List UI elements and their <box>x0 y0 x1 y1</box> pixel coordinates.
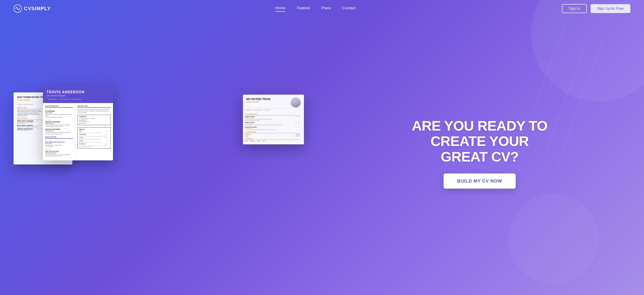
signup-button[interactable]: Sign Up for Free <box>590 4 630 13</box>
cv-right-lang-title: LANGUAGES <box>245 131 300 133</box>
skill-time-desc: In a high pressure environment i lear ho… <box>79 136 109 137</box>
cv-social-2: 🔗 travis_anderson <box>58 98 69 100</box>
cv-social-3: ✉ travis_anderson <box>71 98 81 100</box>
cv-contact-email: ✉ huyentrangmail.com <box>79 121 109 122</box>
cv-job3-desc: - Create ad materials for various client… <box>45 132 73 135</box>
lang-eng: English <box>245 136 248 137</box>
cv-edu-note-1: Top 5 of the class <box>17 123 42 124</box>
skill-learning-desc: Always learn new technical & keep up the… <box>79 142 109 143</box>
skill-time-front: Time Managing <box>79 134 86 135</box>
cv-right-job1-dates: 2011 - 2014 <box>295 116 300 117</box>
nav-link-plans[interactable]: Plans <box>321 6 331 11</box>
cv-right-hobby-2: Photograph <box>250 140 255 142</box>
cv-edu1-degree: MULTIMEDIA TECHNOLOGY <box>45 142 73 143</box>
lang-eng-level: IELTS 6.5 <box>295 136 300 137</box>
cv-job1-desc: - Successfully completed client projects… <box>45 114 73 118</box>
lang-viet: Vietnamese <box>245 134 250 135</box>
cv-right-phone: 0909000000 <box>246 110 252 111</box>
cv-edu-degree-3: High School Degree Deadline <box>17 130 42 131</box>
nav-actions: Sign In Sign Up for Free <box>562 4 630 13</box>
cv-back-address: 3 Hamley, Hamley St, California <box>17 104 33 105</box>
cv-preview-front: TRAVIS ANDERSON User Interface Designer … <box>43 86 113 160</box>
cv-skills-box-title: SKILLS <box>79 128 109 130</box>
nav-links: Home Feature Plans Contact <box>69 6 562 11</box>
cv-job2-desc: - Create ad materials for various client… <box>45 124 73 128</box>
hero-text: ARE YOU READY TO CREATE YOUR GREAT CV? B… <box>315 118 630 188</box>
cv-contact-web: 🌐 coraline.com <box>79 123 109 124</box>
skill-concept-front: Concept <box>79 137 83 138</box>
nav-link-feature[interactable]: Feature <box>297 6 310 11</box>
cv-right-hobby-4: Travel <box>262 140 265 142</box>
cv-right-name: NH HUYEN TRAN <box>246 97 270 101</box>
brand-name: CVSIMPLY <box>24 6 50 12</box>
cv-edu1-desc: - Master's Degree in Graphic Design- Top… <box>45 145 73 148</box>
cv-contact-addr: 📍 3 Hamley, Hamley St, California <box>79 118 109 119</box>
cv-edu-title-front: EDUCATION <box>45 136 73 139</box>
cv-edu2-degree: FINE ARTS MAJOR <box>45 151 73 152</box>
cv-preview-right: NH HUYEN TRAN Graphic Designer 090900000… <box>243 95 304 144</box>
cv-job2-dates: 2015 - 2017 <box>45 120 73 121</box>
brand-logo[interactable]: CVSIMPLY <box>14 4 50 13</box>
lang-viet-level: Fluently <box>296 134 300 135</box>
cv-front-left-col: EXPERIENCES 2017 - 2019 UI DESIGNER Bobo… <box>43 103 75 160</box>
cv-edu-date-1: 2011 - 2014 <box>37 120 42 121</box>
nav-link-home[interactable]: Home <box>275 6 286 11</box>
cv-right-left-col: EXPERIENCES 2011 - 2014 BOBO STUDIO Grap… <box>245 114 302 142</box>
skill-concept-desc: Working with Mr. Joe who is a famous con… <box>79 139 109 140</box>
cv-front-body: EXPERIENCES 2017 - 2019 UI DESIGNER Bobo… <box>43 103 113 160</box>
cv-job2-company: Designveloper <box>45 123 73 124</box>
cv-about-title-front: ABOUT ME <box>78 105 111 108</box>
cv-job1-dates: 2017 - 2019 <box>45 109 73 110</box>
skill-uiux-desc: Successfully completed client projects w… <box>79 132 109 134</box>
cv-right-exp-title: EXPERIENCES <box>245 114 300 116</box>
hero-line-2: CREATE YOUR <box>430 133 529 149</box>
cv-social-1: 📷 travisanderson <box>46 98 57 100</box>
hero-headline: ARE YOU READY TO CREATE YOUR GREAT CV? <box>329 118 630 164</box>
cv-job1-title: UI DESIGNER <box>45 110 73 112</box>
cv-right-email: huyentrangmail.com <box>254 110 263 111</box>
nav-link-contact[interactable]: Contact <box>342 6 356 11</box>
cv-right-job1-desc: Successfully completed client projects f… <box>245 118 300 121</box>
cv-edu-degree-2: Bachelor of Fine Arts Major in Graphic D… <box>17 126 42 128</box>
cv-right-hobby-1: Music <box>245 140 248 142</box>
cv-right-body: EXPERIENCES 2011 - 2014 BOBO STUDIO Grap… <box>243 114 304 144</box>
skill-learning-front: Learning <box>79 140 83 142</box>
hero-line-1: ARE YOU READY TO <box>412 118 548 134</box>
cv-contact-box-title: CONTACT <box>79 116 109 118</box>
skill-uiux-front: UI/UX <box>79 131 82 132</box>
hero-section: NGO THANH HUYEN TRAN Graphic Designer 3 … <box>0 17 644 294</box>
cv-edu-date-3: 2010 - 2011 <box>37 128 42 129</box>
cv-about-text-front: My interests and experience in design li… <box>78 109 111 114</box>
cv-right-contact: 0909000000 huyentrangmail.com coraline.c… <box>246 110 301 111</box>
cv-job1-company: Bobo Studio <box>45 112 73 114</box>
cv-right-hobbies-title: HOBBIES <box>245 138 300 140</box>
cv-job3-title: GRAPHIC DESIGNER <box>45 128 73 130</box>
signin-button[interactable]: Sign In <box>562 4 587 13</box>
cv-contact-box: CONTACT 📍 3 Hamley, Hamley St, Californi… <box>78 115 111 125</box>
cv-right-job3-dates: 2011 - 2014 <box>295 126 300 128</box>
cv-right-job3-desc: Project leader for a team with 4 people … <box>245 129 300 130</box>
cv-right-role: Graphic Designer <box>246 101 270 102</box>
cv-right-job2-desc: Create ad materials for various clients … <box>245 124 300 125</box>
cv-exp-title-front: EXPERIENCES <box>45 105 73 108</box>
build-cv-button[interactable]: BUILD MY CV NOW <box>444 174 516 188</box>
cv-edu2-school: Spring Highschool <box>45 152 73 154</box>
cv-about-title: ABOUT ME <box>17 107 42 109</box>
cv-front-social: 📷 travisanderson 🔗 travis_anderson ✉ tra… <box>46 98 109 100</box>
cv-previews: NGO THANH HUYEN TRAN Graphic Designer 3 … <box>14 86 315 221</box>
cv-contact-phone: 📞 0909000000 <box>79 120 109 121</box>
skill-uxr-desc: Working in project "CV App" with full fl… <box>79 145 109 147</box>
cv-right-header: NH HUYEN TRAN Graphic Designer 090900000… <box>243 95 304 114</box>
navigation: CVSIMPLY Home Feature Plans Contact Sign… <box>0 0 644 17</box>
cv-right-hobby-3: Drawing <box>257 140 260 142</box>
cv-edu2-dates: 2009 - 2011 <box>45 149 73 150</box>
cv-front-right-col: ABOUT ME My interests and experience in … <box>75 103 113 160</box>
skill-uxr-front: UX Research <box>79 144 85 144</box>
cv-edu2-desc: - Create ad materials for various client… <box>45 154 73 157</box>
cv-front-header: TRAVIS ANDERSON User Interface Designer … <box>43 86 113 103</box>
cv-front-name: TRAVIS ANDERSON <box>46 90 109 94</box>
hero-line-3: GREAT CV? <box>441 149 518 164</box>
cv-edu1-dates: 2011 - 2014 <box>45 140 73 141</box>
cv-edu-title: EDUCATION <box>17 118 42 120</box>
cv-job3-company: Designveloper <box>45 130 73 132</box>
